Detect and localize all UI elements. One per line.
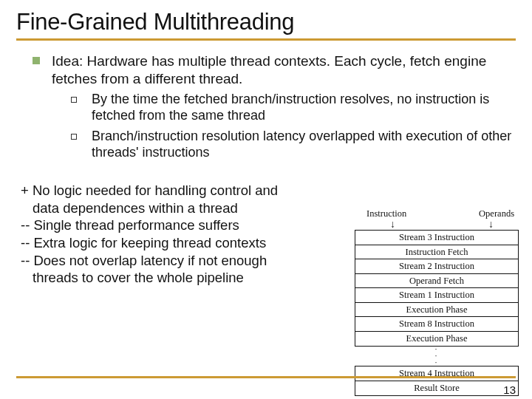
slide-title: Fine-Grained Multithreading: [16, 9, 516, 35]
pros-cons-block: + No logic needed for handling control a…: [16, 182, 355, 287]
stage-opfetch: Operand Fetch: [355, 273, 519, 289]
diagram-arrows: ↓ ↓: [355, 221, 519, 228]
bullet-list-level2: By the time the fetched branch/instructi…: [52, 92, 516, 161]
sub-bullet-2: Branch/instruction resolution latency ov…: [69, 129, 516, 161]
page-number: 13: [503, 383, 516, 396]
title-rule: [16, 38, 516, 41]
stage-ifetch: Instruction Fetch: [355, 245, 519, 260]
sub-bullet-1: By the time the fetched branch/instructi…: [69, 92, 516, 124]
con-line-1: -- Single thread performance suffers: [21, 216, 355, 234]
label-operands: Operands: [479, 208, 514, 219]
stage-exec1: Execution Phase: [355, 302, 519, 318]
stage-result: Result Store: [355, 381, 519, 396]
ellipsis-icon: ···: [355, 345, 519, 366]
con-line-3a: -- Does not overlap latency if not enoug…: [21, 252, 355, 270]
pro-line-1b: data dependences within a thread: [21, 200, 355, 217]
pipeline-diagram: Instruction Operands ↓ ↓ Stream 3 Instru…: [355, 208, 519, 395]
slide: Fine-Grained Multithreading Idea: Hardwa…: [0, 0, 532, 399]
idea-bullet: Idea: Hardware has multiple thread conte…: [33, 52, 516, 161]
stage-stream8: Stream 8 Instruction: [355, 316, 519, 332]
pro-line-1a: + No logic needed for handling control a…: [21, 182, 355, 200]
con-line-3b: threads to cover the whole pipeline: [21, 269, 355, 287]
stage-exec2: Execution Phase: [355, 331, 519, 347]
stage-stream4: Stream 4 Instruction: [355, 366, 519, 381]
label-instruction: Instruction: [366, 208, 406, 219]
footer-rule: [16, 376, 516, 378]
idea-text: Idea: Hardware has multiple thread conte…: [52, 53, 486, 86]
stage-stream3: Stream 3 Instruction: [355, 230, 519, 245]
stage-stream2: Stream 2 Instruction: [355, 259, 519, 274]
arrow-down-icon: ↓: [488, 221, 494, 228]
bullet-list-level1: Idea: Hardware has multiple thread conte…: [16, 52, 516, 161]
con-line-2: -- Extra logic for keeping thread contex…: [21, 234, 355, 252]
arrow-down-icon: ↓: [390, 221, 395, 228]
stage-stream1: Stream 1 Instruction: [355, 287, 519, 303]
diagram-top-labels: Instruction Operands: [355, 208, 519, 219]
